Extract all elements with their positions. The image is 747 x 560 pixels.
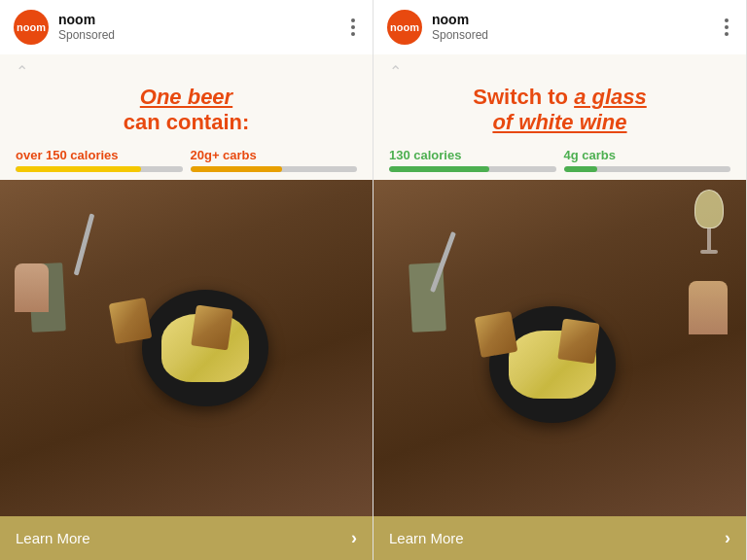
wine-carbs-bar-bg bbox=[564, 166, 731, 172]
card-wine-header: noom noom Sponsored bbox=[374, 0, 746, 54]
wine-headline: Switch to a glassof white wine bbox=[473, 85, 647, 136]
beer-calories-bar-bg bbox=[16, 166, 183, 172]
wine-carbs-label: 4g carbs bbox=[564, 148, 731, 162]
wine-calories-label: 130 calories bbox=[389, 148, 556, 162]
beer-image-area bbox=[0, 180, 373, 516]
card-beer-header: noom noom Sponsored bbox=[0, 0, 373, 54]
beer-stat-calories: over 150 calories bbox=[16, 148, 183, 172]
noom-avatar-wine: noom bbox=[387, 10, 422, 45]
beer-carbs-label: 20g+ carbs bbox=[191, 148, 358, 162]
beer-toast-left bbox=[109, 298, 153, 344]
brand-name-beer: noom bbox=[58, 12, 347, 28]
wine-stat-calories: 130 calories bbox=[389, 148, 556, 172]
wine-stats-bar: 130 calories 4g carbs bbox=[374, 142, 746, 180]
dot-w3 bbox=[725, 32, 729, 36]
beer-headline: One beer can contain: bbox=[124, 85, 250, 136]
wine-headline-line1: Switch to bbox=[473, 85, 568, 109]
beer-calories-label: over 150 calories bbox=[16, 148, 183, 162]
card-wine-content: ⌃ Switch to a glassof white wine 130 cal… bbox=[374, 54, 746, 516]
beer-carbs-bar-fill bbox=[191, 166, 282, 172]
wine-footer[interactable]: Learn More › bbox=[374, 516, 746, 560]
wine-food-scene bbox=[374, 180, 746, 516]
wine-hand-right bbox=[689, 281, 728, 334]
wine-calories-bar-bg bbox=[389, 166, 556, 172]
beer-carbs-bar-bg bbox=[191, 166, 358, 172]
beer-footer[interactable]: Learn More › bbox=[0, 516, 373, 560]
card-beer: noom noom Sponsored ⌃ One beer can conta… bbox=[0, 0, 374, 560]
wine-toast-right bbox=[557, 319, 599, 365]
beer-stats-bar: over 150 calories 20g+ carbs bbox=[0, 142, 373, 180]
wine-learn-more: Learn More bbox=[389, 530, 464, 546]
beer-calories-bar-fill bbox=[16, 166, 141, 172]
card-beer-content: ⌃ One beer can contain: over 150 calorie… bbox=[0, 54, 373, 516]
wine-carbs-bar-fill bbox=[564, 166, 597, 172]
sponsored-label-wine: Sponsored bbox=[432, 28, 721, 42]
brand-name-wine: noom bbox=[432, 12, 721, 28]
wine-stat-carbs: 4g carbs bbox=[564, 148, 731, 172]
wine-image-area bbox=[374, 180, 746, 516]
wine-toast-left bbox=[475, 311, 518, 358]
beer-food-scene bbox=[0, 180, 373, 516]
menu-dots-wine[interactable] bbox=[721, 15, 732, 40]
beer-headline-area: ⌃ One beer can contain: bbox=[0, 54, 373, 142]
wine-glass-base bbox=[700, 250, 718, 254]
menu-dots-beer[interactable] bbox=[347, 15, 359, 40]
wine-glass-stem bbox=[707, 228, 711, 250]
up-arrow-beer: ⌃ bbox=[16, 62, 28, 81]
beer-toast-right bbox=[191, 305, 232, 351]
wine-chevron-right: › bbox=[725, 528, 730, 548]
dot-1 bbox=[351, 18, 355, 22]
wine-glass-bowl bbox=[694, 190, 724, 228]
card-wine: noom noom Sponsored ⌃ Switch to a glasso… bbox=[374, 0, 747, 560]
beer-headline-em: One beer bbox=[140, 85, 232, 109]
header-text-wine: noom Sponsored bbox=[432, 12, 721, 42]
dot-w1 bbox=[725, 18, 729, 22]
sponsored-label-beer: Sponsored bbox=[58, 28, 347, 42]
dot-w2 bbox=[725, 25, 729, 29]
wine-glass bbox=[694, 190, 724, 258]
beer-stat-carbs: 20g+ carbs bbox=[191, 148, 358, 172]
header-text-beer: noom Sponsored bbox=[58, 12, 347, 42]
beer-chevron-right: › bbox=[351, 528, 357, 548]
dot-2 bbox=[351, 25, 355, 29]
wine-calories-bar-fill bbox=[389, 166, 489, 172]
up-arrow-wine: ⌃ bbox=[389, 62, 402, 81]
wine-headline-area: ⌃ Switch to a glassof white wine bbox=[374, 54, 746, 142]
beer-hand-left bbox=[15, 263, 49, 312]
beer-learn-more: Learn More bbox=[16, 530, 90, 546]
dot-3 bbox=[351, 32, 355, 36]
beer-headline-line2: can contain: bbox=[124, 110, 250, 134]
noom-avatar-beer: noom bbox=[14, 10, 49, 45]
